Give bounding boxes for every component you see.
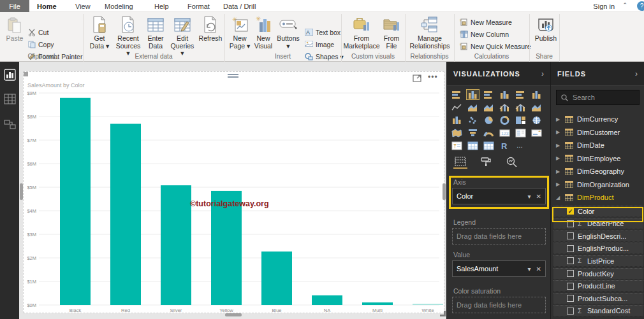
- field-checkbox[interactable]: [567, 270, 574, 277]
- stacked-column-chart-icon[interactable]: [466, 89, 479, 100]
- expand-table-icon[interactable]: ▶: [556, 129, 565, 135]
- bar-silver[interactable]: [161, 185, 191, 305]
- new-page-button[interactable]: ✳ New Page ▾: [228, 16, 251, 50]
- card-icon[interactable]: 123: [498, 127, 511, 138]
- table-item-dimdate[interactable]: ▶DimDate: [551, 139, 644, 152]
- collapse-fields-icon[interactable]: ›: [635, 69, 638, 78]
- table-item-dimorganization[interactable]: ▶DimOrganization: [551, 178, 644, 191]
- expand-table-icon[interactable]: ▶: [556, 181, 565, 187]
- line-and-clustered-column-chart-icon[interactable]: [514, 102, 527, 113]
- field-checkbox[interactable]: [567, 232, 574, 239]
- donut-chart-icon[interactable]: [498, 115, 511, 125]
- r-script-visual-icon[interactable]: R: [498, 140, 511, 151]
- collapse-ribbon-icon[interactable]: ⌃: [622, 2, 627, 8]
- manage-relationships-button[interactable]: Manage Relationships: [409, 16, 451, 50]
- new-measure-button[interactable]: ✳ New Measure: [459, 17, 512, 27]
- table-icon[interactable]: [466, 140, 479, 151]
- stacked-bar-chart-icon[interactable]: [450, 89, 464, 100]
- visual-resize-handle-left[interactable]: [20, 183, 23, 200]
- value-field-remove-icon[interactable]: ✕: [536, 266, 541, 273]
- more-options-icon[interactable]: …: [514, 140, 527, 151]
- table-item-dimcurrency[interactable]: ▶DimCurrency: [551, 113, 644, 125]
- field-checkbox[interactable]: [567, 257, 574, 264]
- expand-table-icon[interactable]: ▶: [556, 155, 565, 161]
- gauge-icon[interactable]: [482, 127, 495, 138]
- image-button[interactable]: Image: [305, 39, 334, 49]
- tab-view[interactable]: View: [71, 0, 94, 12]
- map-icon[interactable]: [530, 115, 543, 125]
- visual-corner-handle[interactable]: [24, 72, 28, 76]
- filled-map-icon[interactable]: [450, 127, 464, 138]
- sign-in-button[interactable]: Sign in: [593, 0, 615, 12]
- refresh-button[interactable]: Refresh: [198, 16, 223, 43]
- kpi-icon[interactable]: [530, 127, 543, 138]
- clustered-column-chart-icon[interactable]: [498, 89, 511, 100]
- bar-multi[interactable]: [362, 302, 393, 305]
- axis-field-color[interactable]: Color ▾✕: [452, 188, 546, 204]
- waterfall-chart-icon[interactable]: [450, 115, 464, 125]
- scatter-chart-icon[interactable]: [466, 115, 479, 125]
- value-field-salesamount[interactable]: SalesAmount ▾✕: [452, 260, 546, 277]
- ribbon-chart-icon[interactable]: [530, 102, 543, 113]
- paste-button[interactable]: Paste: [4, 17, 26, 43]
- tab-file[interactable]: File: [0, 0, 29, 12]
- clustered-bar-chart-icon[interactable]: [482, 89, 495, 100]
- area-chart-icon[interactable]: [466, 102, 479, 113]
- expand-table-icon[interactable]: ▶: [556, 169, 565, 174]
- help-icon[interactable]: ?: [637, 1, 644, 11]
- tab-analytics-pane[interactable]: [504, 155, 518, 169]
- visual-resize-handle-right[interactable]: [443, 183, 446, 200]
- field-item-dealerprice[interactable]: ΣDealerPrice: [553, 218, 643, 229]
- model-view-button[interactable]: [4, 118, 16, 130]
- text-box-button[interactable]: A Text box: [305, 27, 340, 37]
- tab-home[interactable]: Home: [33, 0, 61, 12]
- field-checkbox[interactable]: [567, 295, 574, 302]
- report-canvas[interactable]: ••• SalesAmount by Color$0M$1M$2M$3M$4M$…: [19, 62, 446, 319]
- axis-field-dropdown-icon[interactable]: ▾: [528, 193, 531, 200]
- data-view-button[interactable]: [4, 94, 16, 106]
- buttons-button[interactable]: Buttons ▾: [275, 16, 301, 50]
- slicer-icon[interactable]: [450, 140, 464, 151]
- value-field-dropdown-icon[interactable]: ▾: [528, 266, 531, 273]
- table-item-dimcustomer[interactable]: ▶DimCustomer: [551, 126, 644, 139]
- field-checkbox[interactable]: [567, 245, 574, 252]
- column-chart-visual[interactable]: ••• SalesAmount by Color$0M$1M$2M$3M$4M$…: [23, 71, 444, 313]
- pie-chart-icon[interactable]: [482, 115, 495, 125]
- expand-table-icon[interactable]: ▶: [556, 117, 565, 122]
- table-item-dimgeography[interactable]: ▶DimGeography: [551, 165, 644, 178]
- visual-resize-grip-corner[interactable]: [440, 311, 446, 316]
- field-item-color[interactable]: ✓Color: [553, 206, 643, 217]
- tab-fields-pane[interactable]: [453, 155, 467, 169]
- from-file-button[interactable]: From File: [381, 16, 402, 50]
- 100-stacked-bar-chart-icon[interactable]: [514, 89, 527, 100]
- recent-sources-button[interactable]: Recent Sources ▾: [113, 16, 143, 57]
- matrix-icon[interactable]: [482, 140, 495, 151]
- multi-row-card-icon[interactable]: [514, 127, 527, 138]
- bar-white[interactable]: [413, 304, 443, 305]
- table-item-dimemployee[interactable]: ▶DimEmployee: [551, 152, 644, 165]
- bar-red[interactable]: [110, 124, 141, 305]
- search-input[interactable]: Search: [556, 90, 640, 105]
- collapse-table-icon[interactable]: ◢: [556, 195, 565, 201]
- publish-button[interactable]: Publish: [533, 17, 559, 43]
- treemap-icon[interactable]: [514, 115, 527, 125]
- bar-blue[interactable]: [261, 252, 292, 305]
- field-item-standardcost[interactable]: ΣStandardCost: [553, 305, 643, 316]
- field-checkbox[interactable]: ✓: [567, 208, 574, 215]
- line-and-stacked-column-chart-icon[interactable]: [498, 102, 511, 113]
- enter-data-button[interactable]: Enter Data: [144, 16, 167, 50]
- field-item-productsubca[interactable]: ProductSubca...: [553, 293, 643, 304]
- from-marketplace-button[interactable]: From Marketplace: [344, 16, 379, 50]
- get-data-button[interactable]: Get Data ▾: [87, 16, 112, 50]
- visual-resize-handle-bottom[interactable]: [225, 313, 242, 316]
- bar-na[interactable]: [312, 295, 342, 305]
- axis-field-remove-icon[interactable]: ✕: [536, 193, 541, 200]
- funnel-icon[interactable]: [466, 127, 479, 138]
- new-visual-button[interactable]: ✳ New Visual: [252, 16, 274, 50]
- field-checkbox[interactable]: [567, 220, 574, 227]
- field-checkbox[interactable]: [567, 283, 574, 290]
- field-checkbox[interactable]: [567, 308, 574, 315]
- tab-format-pane[interactable]: [479, 155, 493, 169]
- tab-format[interactable]: Format: [184, 0, 214, 12]
- field-item-englishdescri[interactable]: EnglishDescri...: [553, 230, 643, 242]
